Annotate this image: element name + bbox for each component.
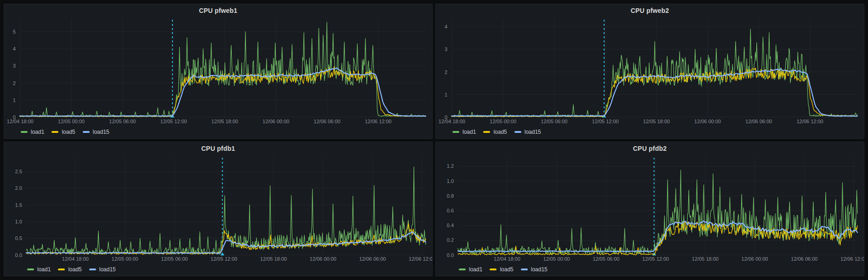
x-tick-label: 12/06 12:00 [409,257,433,262]
x-axis: 12/04 18:0012/05 00:0012/05 06:0012/05 1… [8,255,428,264]
series-load5[interactable] [458,221,857,255]
legend-label: load1 [31,129,44,135]
x-tick-label: 12/05 18:00 [211,119,238,124]
legend-swatch-load15 [521,269,528,270]
x-tick-label: 12/06 00:00 [310,257,337,262]
panel-cpu-pfdb2: CPU pfdb2 0.00.20.40.60.81.01.2 12/04 18… [435,142,864,277]
y-tick-label: 1.0 [440,178,454,183]
legend-item-load1[interactable]: load1 [21,129,44,135]
plot-region[interactable] [20,19,426,117]
x-tick-label: 12/05 06:00 [109,119,136,124]
legend-label: load15 [93,129,109,135]
x-axis: 12/04 18:0012/05 00:0012/05 06:0012/05 1… [440,117,860,126]
x-tick-label: 12/05 18:00 [643,119,670,124]
x-tick-label: 12/06 06:00 [791,257,817,262]
y-tick-label: 4 [8,46,16,51]
chart-area: 0.00.20.40.60.81.01.2 [440,153,860,255]
legend-label: load15 [525,129,541,135]
legend-label: load5 [493,129,507,135]
panel-cpu-pfweb2: CPU pfweb2 01234 12/04 18:0012/05 00:001… [435,4,864,139]
legend-item-load1[interactable]: load1 [27,266,51,273]
legend-label: load1 [469,266,482,273]
legend-swatch-load1 [21,131,28,133]
legend-item-load5[interactable]: load5 [483,129,507,135]
x-tick-label: 12/06 00:00 [694,119,721,124]
x-tick-label: 12/05 00:00 [58,119,85,124]
y-tick-label: 5 [8,29,16,34]
legend-item-load5[interactable]: load5 [51,129,75,135]
legend-swatch-load1 [27,269,34,270]
legend-item-load15[interactable]: load15 [89,266,116,273]
x-tick-label: 12/05 06:00 [161,257,188,262]
legend-item-load1[interactable]: load1 [459,266,482,273]
plot-region[interactable] [451,19,857,117]
x-tick-label: 12/05 12:00 [160,119,187,124]
panel-cpu-pfdb1: CPU pfdb1 0.00.51.01.52.02.5 12/04 18:00… [4,142,433,277]
y-tick-label: 0.6 [440,208,454,213]
legend-item-load5[interactable]: load5 [58,266,81,273]
legend-item-load15[interactable]: load15 [514,129,541,135]
x-tick-label: 12/06 12:00 [365,119,392,124]
panel-title[interactable]: CPU pfdb2 [440,145,860,152]
x-tick-label: 12/06 00:00 [263,119,289,124]
plot-region[interactable] [458,157,857,255]
series-load1[interactable] [451,29,857,117]
series-load1[interactable] [458,170,857,254]
legend: load1 load5 load15 [440,264,860,275]
legend-swatch-load15 [83,131,90,133]
y-tick-label: 2 [8,80,16,86]
legend-label: load5 [62,129,75,135]
legend-swatch-load5 [490,269,497,270]
panel-title[interactable]: CPU pfdb1 [8,145,428,152]
y-tick-label: 1 [440,92,447,97]
y-tick-label: 0.4 [440,223,454,228]
panel-title[interactable]: CPU pfweb2 [440,7,860,14]
legend-item-load1[interactable]: load1 [452,129,476,135]
panel-cpu-pfweb1: CPU pfweb1 012345 12/04 18:0012/05 00:00… [4,4,433,139]
chart-area: 0.00.51.01.52.02.5 [8,153,428,255]
legend: load1 load5 load15 [8,264,428,275]
legend-swatch-load15 [89,269,96,270]
x-tick-label: 12/04 18:00 [62,257,89,262]
legend: load1 load5 load15 [8,126,428,137]
panel-title[interactable]: CPU pfweb1 [8,7,428,14]
x-tick-label: 12/06 00:00 [742,257,768,262]
y-tick-label: 0.2 [440,238,454,243]
plot-region[interactable] [26,157,426,255]
x-tick-label: 12/05 18:00 [692,257,719,262]
legend-item-load15[interactable]: load15 [83,129,109,135]
x-tick-label: 12/06 12:00 [840,257,864,262]
y-tick-label: 2.0 [8,186,22,191]
x-tick-label: 12/05 00:00 [543,257,570,262]
legend-swatch-load1 [452,131,459,133]
legend-label: load5 [68,266,81,273]
x-tick-label: 12/05 12:00 [592,119,619,124]
legend-item-load15[interactable]: load15 [521,266,548,273]
legend: load1 load5 load15 [440,126,860,137]
legend-item-load5[interactable]: load5 [490,266,513,273]
x-tick-label: 12/05 00:00 [490,119,516,124]
legend-swatch-load15 [514,131,521,133]
legend-label: load1 [37,266,51,273]
legend-label: load15 [531,266,548,273]
x-tick-label: 12/06 06:00 [745,119,772,124]
y-tick-label: 3 [440,47,447,52]
chart-area: 012345 [8,15,428,117]
y-tick-label: 0.5 [8,236,22,241]
x-tick-label: 12/04 18:00 [7,119,34,124]
legend-label: load15 [99,266,116,273]
x-tick-label: 12/05 00:00 [112,257,138,262]
series-load1[interactable] [20,22,426,117]
x-axis: 12/04 18:0012/05 00:0012/05 06:0012/05 1… [440,255,860,264]
legend-swatch-load5 [483,131,490,133]
legend-swatch-load5 [58,269,65,270]
y-tick-label: 1.5 [8,202,22,207]
y-tick-label: 2.5 [8,169,22,174]
x-tick-label: 12/06 06:00 [359,257,386,262]
x-tick-label: 12/05 06:00 [593,257,619,262]
x-tick-label: 12/05 06:00 [541,119,567,124]
legend-label: load5 [500,266,513,273]
x-tick-label: 12/04 18:00 [439,119,465,124]
y-tick-label: 1.0 [8,219,22,224]
legend-label: load1 [463,129,476,135]
